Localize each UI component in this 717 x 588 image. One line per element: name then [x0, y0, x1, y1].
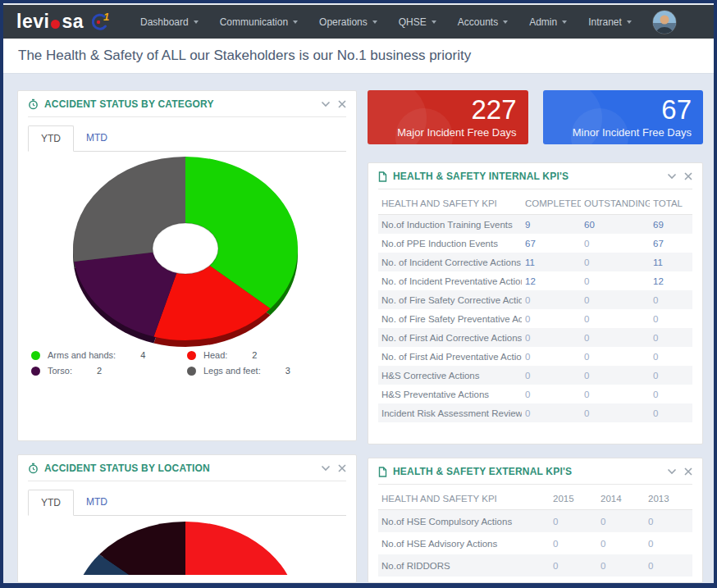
table-row: No.of HSE Compulsory Actions000	[378, 510, 692, 533]
kpi-value: 0	[650, 290, 692, 309]
column-header: 2014	[597, 488, 645, 510]
accident-location-pie-chart[interactable]	[18, 516, 356, 575]
collapse-button[interactable]	[321, 465, 331, 472]
chevron-down-icon	[667, 468, 677, 475]
kpi-value: 0	[522, 309, 581, 328]
panel-title: HEALTH & SAFETY EXTERNAL KPI'S	[393, 466, 572, 477]
table-row: No. of Incident Corrective Actions11011	[378, 253, 692, 271]
table-row: No.of Induction Training Events96069	[378, 215, 692, 235]
kpi-label: No. of Incident Preventative Actions	[378, 271, 522, 290]
document-icon	[378, 467, 387, 477]
nav-item-label: Accounts	[458, 16, 498, 28]
logo[interactable]: levisa 1	[16, 11, 112, 33]
right-column: 227 Major Incident Free Days 67 Minor In…	[368, 90, 703, 583]
chevron-down-icon	[667, 173, 677, 180]
panel-header: ACCIDENT STATUS BY CATEGORY	[18, 91, 356, 116]
column-header: TOTAL	[650, 193, 692, 215]
app-window: levisa 1 DashboardCommunicationOperation…	[0, 0, 717, 588]
svg-text:1: 1	[103, 11, 110, 23]
nav-item-dashboard[interactable]: Dashboard	[130, 10, 209, 34]
nav-item-qhse[interactable]: QHSE	[388, 10, 447, 34]
kpi-value: 0	[650, 366, 692, 385]
close-icon	[684, 467, 692, 476]
pie-slice-red segment[interactable]	[185, 522, 298, 575]
stat-value: 67	[661, 96, 692, 123]
table-row: No.of HSE Advisory Actions000	[378, 532, 692, 554]
kpi-label: No. of Fire Safety Corrective Actions	[378, 290, 522, 309]
donut-hole	[153, 223, 218, 274]
kpi-label: No.of HSE Advisory Actions	[378, 532, 550, 554]
table-row: No. of First Aid Preventative Actions000	[378, 347, 692, 366]
kpi-value: 0	[597, 510, 645, 533]
nav-item-accounts[interactable]: Accounts	[447, 10, 518, 34]
nav-item-admin[interactable]: Admin	[518, 10, 578, 34]
kpi-label: No. of First Aid Preventative Actions	[378, 347, 522, 366]
banner-text: The Health & Safety of ALL our Stakehold…	[18, 48, 471, 64]
kpi-value: 0	[597, 554, 645, 577]
kpi-value: 67	[650, 234, 692, 253]
nav-item-intranet[interactable]: Intranet	[578, 10, 642, 34]
collapse-button[interactable]	[667, 468, 677, 475]
legend-color-dot	[187, 351, 196, 360]
close-button[interactable]	[684, 172, 692, 180]
kpi-value: 0	[645, 510, 692, 533]
kpi-label: Incident Risk Assessment Reviews	[378, 403, 522, 422]
stat-label: Minor Incident Free Days	[573, 126, 692, 139]
table-row: H&S Corrective Actions000	[378, 366, 692, 385]
banner: The Health & Safety of ALL our Stakehold…	[3, 39, 714, 74]
category-tab-mtd[interactable]: MTD	[74, 125, 120, 152]
table-row: No. of First Aid Corrective Actions000	[378, 328, 692, 347]
column-header: 2015	[550, 488, 597, 510]
kpi-value: 0	[650, 403, 692, 422]
minor-incident-free-days-card: 67 Minor Incident Free Days	[543, 90, 704, 144]
column-header: COMPLETED	[522, 193, 581, 215]
kpi-value: 0	[522, 347, 581, 366]
stat-value: 227	[471, 96, 516, 123]
kpi-value: 0	[522, 403, 581, 422]
chevron-down-icon	[372, 21, 377, 24]
kpi-label: No. of First Aid Corrective Actions	[378, 328, 522, 347]
category-tab-ytd[interactable]: YTD	[28, 125, 74, 152]
user-photo	[653, 11, 676, 34]
close-icon	[684, 172, 692, 180]
nav-item-label: Intranet	[588, 16, 622, 28]
kpi-label: No.of RIDDORS	[378, 554, 550, 577]
kpi-value: 67	[522, 234, 581, 253]
nav-item-label: Dashboard	[140, 16, 189, 28]
legend-item: Torso:2	[31, 366, 187, 376]
close-button[interactable]	[684, 467, 692, 476]
logo-dot-icon	[51, 20, 60, 29]
collapse-button[interactable]	[667, 173, 677, 180]
close-button[interactable]	[338, 100, 346, 108]
kpi-value: 0	[581, 271, 650, 290]
nav-item-operations[interactable]: Operations	[308, 10, 388, 34]
kpi-value: 0	[581, 328, 650, 347]
kpi-value: 11	[522, 253, 581, 271]
internal-kpi-table: HEALTH AND SAFETY KPICOMPLETEDOUTSTANDIN…	[368, 189, 702, 429]
chevron-down-icon	[321, 101, 331, 107]
kpi-value: 0	[550, 532, 597, 554]
table-header-row: HEALTH AND SAFETY KPI201520142013	[378, 488, 692, 510]
legend-color-dot	[31, 351, 40, 360]
location-tab-mtd[interactable]: MTD	[74, 490, 120, 516]
kpi-value: 0	[581, 290, 650, 309]
avatar[interactable]	[652, 10, 677, 34]
location-tab-ytd[interactable]: YTD	[28, 490, 74, 516]
left-column: ACCIDENT STATUS BY CATEGORY YTDMTD Arms …	[17, 90, 357, 583]
nav-item-communication[interactable]: Communication	[209, 10, 308, 34]
legend-label: Legs and feet:	[203, 366, 261, 376]
kpi-value: 0	[645, 532, 692, 554]
kpi-table: HEALTH AND SAFETY KPICOMPLETEDOUTSTANDIN…	[378, 193, 692, 422]
close-button[interactable]	[338, 464, 346, 472]
panel-title: ACCIDENT STATUS BY CATEGORY	[44, 98, 214, 110]
external-kpi-table: HEALTH AND SAFETY KPI201520142013No.of H…	[368, 485, 702, 583]
collapse-button[interactable]	[321, 101, 331, 107]
clock-icon	[28, 463, 39, 474]
kpi-value: 9	[522, 215, 581, 235]
accident-category-pie-chart[interactable]	[18, 152, 356, 349]
legend-label: Arms and hands:	[48, 350, 116, 360]
legend-label: Head:	[203, 350, 227, 360]
kpi-label: No.of PPE Induction Events	[378, 234, 522, 253]
kpi-label: No.of Induction Training Events	[378, 215, 522, 235]
table-row: No.of RIDDORS000	[378, 554, 692, 577]
